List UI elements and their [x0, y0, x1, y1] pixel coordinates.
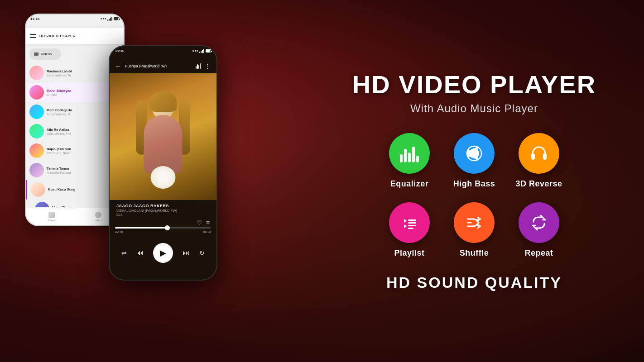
- player-song-name: JAAGO JAAGO BAKERS: [116, 204, 210, 208]
- shuffle-circle: [454, 202, 495, 243]
- right-panel: HD VIDEO PLAYER With Audio Music Player …: [304, 0, 644, 362]
- next-button[interactable]: ⏭: [183, 249, 190, 257]
- videos-tab-label: Videos: [41, 52, 52, 56]
- feature-3d-reverse[interactable]: 3D Reverse: [516, 133, 562, 189]
- playlist-circle: [389, 202, 430, 243]
- playlist-icon: [399, 213, 419, 233]
- album-art: [110, 73, 216, 200]
- phone-back-time: 11:16: [30, 17, 39, 21]
- figure-flowers: [151, 166, 176, 189]
- song-thumbnail: [29, 66, 44, 80]
- album-icon: [48, 212, 55, 218]
- favorite-icon[interactable]: ♡: [197, 219, 202, 226]
- repeat-control-icon[interactable]: ↻: [199, 249, 205, 257]
- svg-point-4: [472, 152, 476, 155]
- figure-body: [144, 115, 183, 174]
- equalizer-circle: [389, 133, 430, 174]
- artist-label: Artist: [95, 219, 101, 222]
- playlist-label: Playlist: [394, 248, 424, 258]
- song-thumbnail: [29, 163, 44, 177]
- song-thumbnail: [35, 202, 49, 207]
- progress-bar-fill: [115, 227, 168, 229]
- shuffle-label: Shuffle: [460, 248, 489, 258]
- svg-marker-7: [404, 219, 407, 223]
- phone-back-app-title: HD VIDEO PLAYER: [39, 34, 76, 38]
- song-thumbnail: [29, 143, 44, 158]
- feature-shuffle[interactable]: Shuffle: [451, 202, 497, 258]
- svg-rect-9: [408, 222, 416, 224]
- player-artist: VISHAL DADLANI (PAGALWORLD.PW): [116, 209, 210, 213]
- album-figure: [134, 87, 192, 200]
- equalizer-small-icon[interactable]: [196, 63, 201, 69]
- total-time: 04:30: [203, 230, 211, 233]
- hamburger-icon: [30, 34, 36, 38]
- sub-title: With Audio Music Player: [410, 102, 538, 115]
- player-controls: ⇌ ⏮ ▶ ⏭ ↻: [110, 243, 216, 263]
- feature-playlist[interactable]: Playlist: [386, 202, 433, 258]
- video-tab-icon: [34, 52, 38, 56]
- time-labels: 02:30 04:30: [115, 230, 211, 233]
- features-grid: Equalizer High Bass: [386, 133, 562, 258]
- progress-thumb: [165, 225, 170, 230]
- repeat-label: Repeat: [525, 248, 553, 258]
- feature-equalizer[interactable]: Equalizer: [386, 133, 433, 189]
- svg-rect-12: [408, 228, 413, 229]
- svg-rect-11: [408, 225, 416, 226]
- phone-front-header: ← Pushpa (Pagalworld.pw) ⋮: [110, 59, 216, 73]
- svg-rect-6: [543, 153, 547, 160]
- phone-front-time: 11:16: [115, 49, 124, 53]
- more-options-icon[interactable]: ⋮: [204, 62, 211, 70]
- phone-back-search-area: Videos: [29, 48, 120, 60]
- player-track-number: 5/23: [116, 213, 210, 216]
- speaker-icon: [464, 143, 484, 163]
- svg-marker-10: [404, 224, 407, 228]
- progress-bar-background[interactable]: [115, 227, 211, 229]
- 3d-reverse-label: 3D Reverse: [516, 179, 562, 189]
- equalizer-icon: [400, 144, 419, 162]
- bottom-tagline: HD SOUND QUALITY: [386, 274, 562, 291]
- phone-back-status-bar: 11:16: [30, 17, 119, 21]
- song-thumbnail: [29, 85, 44, 100]
- song-thumbnail: [31, 182, 45, 197]
- nav-item-artist[interactable]: Artist: [95, 212, 101, 222]
- high-bass-circle: [454, 133, 495, 174]
- videos-tab[interactable]: Videos: [29, 48, 61, 60]
- headphone-icon: [529, 143, 549, 163]
- svg-rect-8: [408, 219, 416, 221]
- current-time: 02:30: [115, 230, 123, 233]
- main-title: HD VIDEO PLAYER: [352, 71, 596, 99]
- now-playing-song-title: Pushpa (Pagalworld.pw): [125, 64, 192, 68]
- feature-repeat[interactable]: Repeat: [516, 202, 562, 258]
- artist-icon: [95, 212, 101, 218]
- player-actions: ♡ ≡: [197, 219, 210, 226]
- shuffle-icon: [464, 213, 484, 233]
- phone-back-header: HD VIDEO PLAYER: [26, 28, 124, 44]
- svg-rect-5: [531, 153, 535, 160]
- player-info: JAAGO JAAGO BAKERS VISHAL DADLANI (PAGAL…: [110, 200, 216, 218]
- repeat-icon: [529, 213, 549, 233]
- feature-high-bass[interactable]: High Bass: [451, 133, 497, 189]
- high-bass-label: High Bass: [453, 179, 495, 189]
- queue-icon[interactable]: ≡: [206, 219, 210, 226]
- figure-hair: [149, 91, 177, 112]
- song-thumbnail: [29, 105, 44, 119]
- equalizer-label: Equalizer: [390, 179, 429, 189]
- shuffle-control-icon[interactable]: ⇌: [121, 249, 127, 257]
- back-arrow-icon[interactable]: ←: [115, 62, 121, 70]
- phone-front: 11:16 ← Pushpa (Pagalworld.pw): [109, 45, 217, 281]
- play-pause-button[interactable]: ▶: [153, 243, 173, 263]
- previous-button[interactable]: ⏮: [136, 249, 144, 257]
- album-label: Album: [48, 219, 56, 222]
- song-thumbnail: [29, 124, 44, 138]
- 3d-reverse-circle: [519, 133, 559, 174]
- progress-area: 02:30 04:30: [115, 227, 211, 233]
- repeat-circle: [519, 202, 559, 243]
- phone-front-status-bar: 11:16: [115, 49, 211, 53]
- phones-area: 11:16 HD VIDEO PLAYER: [0, 0, 308, 362]
- nav-item-album[interactable]: Album: [48, 212, 56, 222]
